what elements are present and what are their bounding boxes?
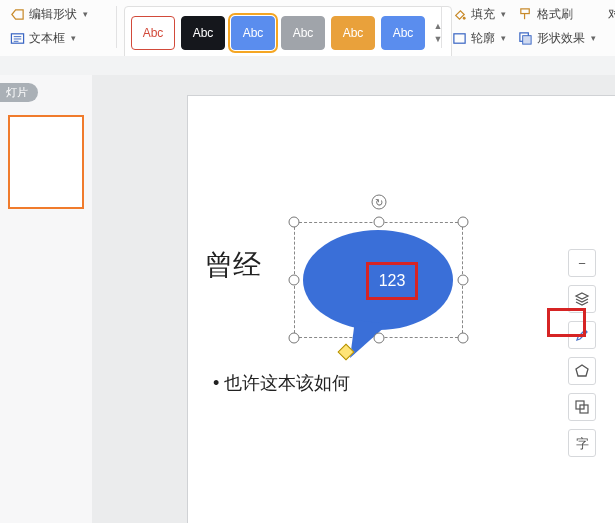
format-painter-icon [518,7,533,22]
rectangles-icon [574,399,590,415]
chevron-down-icon: ▾ [83,4,88,24]
fill-button[interactable]: 填充▾ [450,4,508,24]
style-swatch[interactable]: Abc [231,16,275,50]
float-outline-button[interactable] [568,357,596,385]
shape-effects-label: 形状效果 [537,30,585,47]
edit-shape-icon [10,7,25,22]
slide-title-text[interactable]: 曾经 [205,246,261,284]
minus-icon: − [578,257,586,270]
float-text-button[interactable]: 字 [568,429,596,457]
svg-rect-5 [523,35,531,43]
bubble-text[interactable]: 123 [379,272,406,290]
style-swatch[interactable]: Abc [381,16,425,50]
style-swatch[interactable]: Abc [331,16,375,50]
svg-rect-2 [521,8,529,13]
resize-handle[interactable] [289,217,300,228]
chevron-down-icon: ▾ [501,33,506,43]
format-painter-label: 格式刷 [537,6,573,23]
shape-effects-icon [518,31,533,46]
separator [441,6,442,48]
float-rect-button[interactable] [568,393,596,421]
edit-shape-label: 编辑形状 [29,4,77,24]
rotate-handle-icon[interactable]: ↻ [371,195,386,210]
resize-handle[interactable] [289,333,300,344]
shape-style-gallery: AbcAbcAbcAbcAbcAbc ▲ ▼ [124,6,452,60]
outline-label: 轮廓 [471,30,495,47]
svg-rect-3 [454,33,465,42]
outline-icon [452,31,467,46]
slides-panel: 灯片 [0,75,93,523]
pentagon-outline-icon [574,363,590,379]
style-swatch[interactable]: Abc [181,16,225,50]
fill-label: 填充 [471,6,495,23]
chevron-down-icon: ▾ [501,9,506,19]
resize-handle[interactable] [373,217,384,228]
bubble-text-highlight: 123 [366,262,418,300]
align-button-partial[interactable]: 对 [606,4,615,24]
slide-body-text[interactable]: • 也许这本该如何 [213,371,350,395]
gallery-scroll: ▲ ▼ [431,22,445,44]
edit-shape-button[interactable]: 编辑形状 ▾ [4,4,94,24]
ribbon-left-group: 编辑形状 ▾ 文本框 ▾ [4,4,94,48]
resize-handle[interactable] [458,333,469,344]
resize-handle[interactable] [289,275,300,286]
text-glyph-icon: 字 [576,437,589,450]
chevron-down-icon: ▾ [591,33,596,43]
sub-strip [0,56,615,76]
textbox-icon [10,31,25,46]
panel-pill: 灯片 [0,83,38,102]
textbox-label: 文本框 [29,28,65,48]
svg-point-1 [463,16,466,19]
style-swatch[interactable]: Abc [281,16,325,50]
red-marker-box [547,308,586,337]
separator [116,6,117,48]
float-collapse-button[interactable]: − [568,249,596,277]
resize-handle[interactable] [458,275,469,286]
chevron-down-icon: ▾ [71,28,76,48]
selected-shape[interactable]: 123 ↻ [294,222,463,338]
align-label-partial: 对 [608,6,615,23]
format-painter-button[interactable]: 格式刷 [516,4,598,24]
fill-icon [452,7,467,22]
ribbon-right-group: 填充▾ 格式刷 轮廓▾ 形状效果▾ 对 [450,4,615,48]
canvas-area: 曾经 • 也许这本该如何 123 ↻ [92,75,615,523]
textbox-button[interactable]: 文本框 ▾ [4,28,94,48]
style-swatch[interactable]: Abc [131,16,175,50]
resize-handle[interactable] [458,217,469,228]
floating-toolbar: − 字 [568,249,594,457]
resize-handle[interactable] [373,333,384,344]
layers-icon [574,291,590,307]
shape-effects-button[interactable]: 形状效果▾ [516,28,598,48]
ribbon: 编辑形状 ▾ 文本框 ▾ AbcAbcAbcAbcAbcAbc ▲ ▼ 填充▾ … [0,0,615,57]
outline-button[interactable]: 轮廓▾ [450,28,508,48]
slide-thumbnail-1[interactable] [8,115,84,209]
